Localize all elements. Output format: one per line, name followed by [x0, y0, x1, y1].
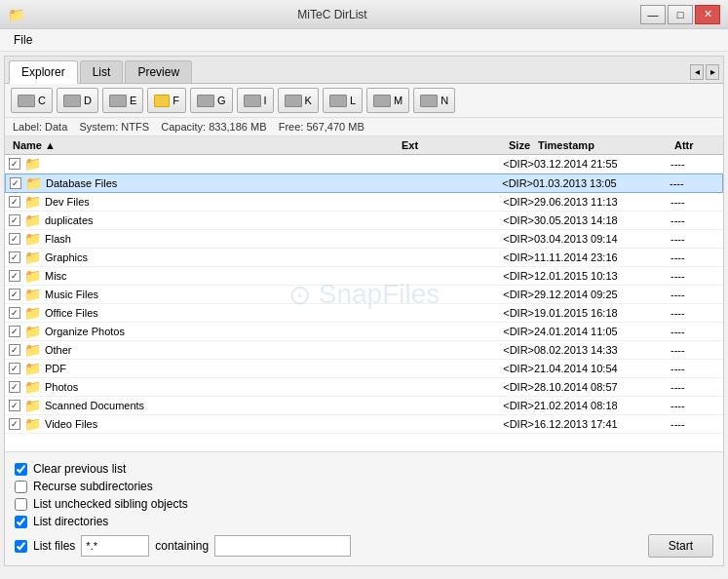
minimize-button[interactable]: — — [640, 5, 666, 24]
row-checkbox[interactable] — [9, 270, 20, 282]
tab-list[interactable]: List — [80, 60, 124, 83]
row-attr: ---- — [671, 251, 719, 263]
row-checkbox[interactable] — [9, 381, 20, 393]
row-checkbox[interactable] — [9, 196, 20, 208]
row-timestamp: 24.01.2014 11:05 — [534, 326, 671, 337]
containing-input[interactable] — [214, 535, 351, 557]
recurse-label: Recurse subdirectories — [33, 480, 153, 493]
label-info: Label: Data — [13, 121, 67, 133]
row-timestamp: 30.05.2013 14:18 — [534, 214, 671, 226]
row-size: <DIR> — [456, 363, 534, 374]
row-timestamp: 21.04.2014 10:54 — [534, 363, 671, 374]
clear-previous-label: Clear previous list — [33, 462, 126, 476]
drive-m-button[interactable]: M — [366, 88, 409, 113]
drive-g-button[interactable]: G — [190, 88, 233, 113]
table-row[interactable]: 📁 <DIR> 03.12.2014 21:55 ---- — [5, 155, 723, 174]
drive-e-button[interactable]: E — [102, 88, 143, 113]
row-checkbox[interactable] — [9, 214, 20, 226]
tab-nav-right[interactable]: ▸ — [706, 64, 719, 80]
row-timestamp: 08.02.2013 14:33 — [534, 344, 671, 356]
maximize-button[interactable]: □ — [668, 5, 693, 24]
row-attr: ---- — [671, 344, 719, 356]
drive-l-button[interactable]: L — [323, 88, 363, 113]
row-size: <DIR> — [456, 251, 534, 263]
drive-k-button[interactable]: K — [278, 88, 319, 113]
table-row[interactable]: 📁 Video Files <DIR> 16.12.2013 17:41 ---… — [5, 415, 723, 434]
tab-nav-left[interactable]: ◂ — [690, 64, 704, 80]
row-name: Other — [45, 344, 72, 356]
row-checkbox[interactable] — [9, 326, 20, 337]
row-checkbox[interactable] — [9, 363, 20, 374]
clear-previous-checkbox[interactable] — [15, 463, 27, 476]
folder-icon: 📁 — [24, 212, 41, 228]
table-row[interactable]: 📁 Misc <DIR> 12.01.2015 10:13 ---- — [5, 267, 723, 286]
table-row[interactable]: 📁 Graphics <DIR> 11.11.2014 23:16 ---- — [5, 249, 723, 267]
row-attr: ---- — [671, 214, 719, 226]
table-row[interactable]: 📁 Office Files <DIR> 19.01.2015 16:18 --… — [5, 304, 723, 323]
table-row[interactable]: 📁 Other <DIR> 08.02.2013 14:33 ---- — [5, 341, 723, 360]
table-row[interactable]: 📁 Flash <DIR> 03.04.2013 09:14 ---- — [5, 230, 723, 249]
menu-file[interactable]: File — [8, 31, 38, 49]
app-icon: 📁 — [8, 7, 24, 22]
table-row[interactable]: 📁 Scanned Documents <DIR> 21.02.2014 08:… — [5, 397, 723, 415]
tab-explorer[interactable]: Explorer — [9, 60, 78, 84]
folder-icon: 📁 — [24, 250, 41, 265]
row-attr: ---- — [671, 307, 719, 319]
table-row[interactable]: 📁 Database Files <DIR> 01.03.2013 13:05 … — [5, 174, 723, 193]
row-checkbox[interactable] — [9, 233, 20, 245]
row-checkbox[interactable] — [9, 289, 20, 300]
col-ext[interactable]: Ext — [398, 138, 456, 152]
disk-icon-g — [197, 95, 214, 107]
table-row[interactable]: 📁 duplicates <DIR> 30.05.2013 14:18 ---- — [5, 212, 723, 230]
row-timestamp: 21.02.2014 08:18 — [534, 400, 671, 411]
drive-d-button[interactable]: D — [57, 88, 98, 113]
folder-icon: 📁 — [24, 379, 41, 395]
col-name[interactable]: Name ▲ — [9, 138, 398, 152]
row-checkbox[interactable] — [9, 344, 20, 356]
table-row[interactable]: 📁 Organize Photos <DIR> 24.01.2014 11:05… — [5, 323, 723, 341]
table-row[interactable]: 📁 Music Files <DIR> 29.12.2014 09:25 ---… — [5, 286, 723, 304]
list-files-checkbox[interactable] — [15, 540, 27, 553]
row-checkbox[interactable] — [10, 177, 21, 189]
title-bar: 📁 MiTeC DirList — □ ✕ — [0, 0, 728, 29]
bottom-panel: Clear previous list Recurse subdirectori… — [5, 451, 723, 565]
list-unchecked-checkbox[interactable] — [15, 498, 27, 511]
start-button[interactable]: Start — [648, 534, 713, 558]
col-timestamp[interactable]: Timestamp — [534, 138, 671, 152]
row-checkbox[interactable] — [9, 307, 20, 319]
col-size[interactable]: Size — [456, 138, 534, 152]
table-row[interactable]: 📁 Dev Files <DIR> 29.06.2013 11:13 ---- — [5, 193, 723, 212]
col-attr[interactable]: Attr — [671, 138, 719, 152]
row-attr: ---- — [671, 326, 719, 337]
list-files-pattern-input[interactable] — [81, 535, 149, 557]
row-size: <DIR> — [456, 381, 534, 393]
row-name: Music Files — [45, 289, 98, 300]
row-attr: ---- — [671, 196, 719, 208]
row-checkbox[interactable] — [9, 418, 20, 430]
table-row[interactable]: 📁 PDF <DIR> 21.04.2014 10:54 ---- — [5, 360, 723, 378]
folder-icon: 📁 — [24, 342, 41, 358]
row-checkbox[interactable] — [9, 158, 20, 170]
window-title: MiTeC DirList — [24, 8, 640, 21]
toolbar: C D E F G I K L — [5, 84, 723, 118]
drive-c-button[interactable]: C — [11, 88, 53, 113]
drive-i-button[interactable]: I — [237, 88, 274, 113]
tab-preview[interactable]: Preview — [125, 60, 192, 83]
row-attr: ---- — [671, 418, 719, 430]
drive-f-button[interactable]: F — [147, 88, 186, 113]
recurse-checkbox[interactable] — [15, 481, 27, 493]
close-button[interactable]: ✕ — [695, 5, 720, 24]
row-checkbox[interactable] — [9, 251, 20, 263]
row-name: duplicates — [45, 214, 94, 226]
drive-n-button[interactable]: N — [413, 88, 455, 113]
row-size: <DIR> — [456, 158, 534, 170]
row-checkbox[interactable] — [9, 400, 20, 411]
row-timestamp: 12.01.2015 10:13 — [534, 270, 671, 282]
row-attr: ---- — [670, 177, 718, 189]
row-name: PDF — [45, 363, 66, 374]
folder-icon: 📁 — [24, 287, 41, 302]
row-timestamp: 01.03.2013 13:05 — [533, 177, 670, 189]
system-info: System: NTFS — [80, 121, 150, 133]
list-directories-checkbox[interactable] — [15, 516, 27, 528]
table-row[interactable]: 📁 Photos <DIR> 28.10.2014 08:57 ---- — [5, 378, 723, 397]
